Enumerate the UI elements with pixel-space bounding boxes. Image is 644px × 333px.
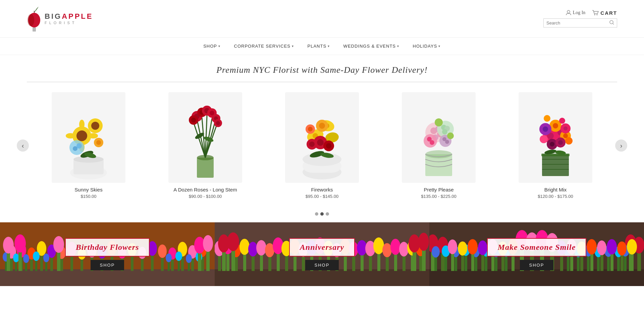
product-price: $90.00 - $100.00 — [189, 194, 222, 199]
product-image — [285, 92, 359, 183]
svg-point-43 — [210, 111, 214, 115]
carousel-dots — [0, 209, 644, 222]
svg-point-201 — [256, 240, 266, 256]
banner-anniversary-shop-button[interactable]: SHOP — [305, 260, 339, 270]
svg-rect-189 — [215, 269, 429, 286]
svg-point-187 — [203, 235, 213, 252]
chevron-down-icon: ▾ — [292, 44, 294, 48]
banner-smile-title: Make Someone Smile — [498, 243, 576, 252]
banner-birthday-shop-button[interactable]: SHOP — [91, 260, 124, 270]
logo[interactable]: BIG APPLE FLORIST — [27, 3, 93, 34]
svg-point-89 — [435, 118, 443, 126]
product-card[interactable]: Fireworks $95.00 - $145.00 — [285, 92, 359, 199]
svg-point-245 — [409, 234, 420, 253]
product-card[interactable]: A Dozen Roses - Long Stem $90.00 - $100.… — [168, 92, 242, 199]
carousel-prev-button[interactable]: ‹ — [17, 140, 29, 152]
svg-point-233 — [390, 239, 400, 255]
product-name: A Dozen Roses - Long Stem — [173, 187, 237, 192]
svg-point-19 — [89, 133, 98, 138]
svg-point-167 — [33, 252, 40, 261]
carousel-section: ‹ — [0, 82, 644, 209]
svg-point-183 — [53, 236, 64, 253]
nav-plants[interactable]: Plants ▾ — [308, 44, 330, 49]
search-icon — [609, 20, 614, 25]
carousel-next-button[interactable]: › — [615, 140, 627, 152]
product-price: $120.00 - $175.00 — [538, 194, 573, 199]
banner-anniversary-content: Anniversary SHOP — [289, 238, 355, 270]
svg-point-88 — [445, 140, 449, 144]
logo-apple: APPLE — [62, 12, 93, 20]
svg-point-67 — [319, 123, 325, 129]
svg-point-107 — [564, 126, 568, 130]
nav-corporate[interactable]: Corporate Services ▾ — [234, 44, 294, 49]
svg-point-13 — [76, 130, 87, 141]
banner-smile-shop-button[interactable]: SHOP — [520, 260, 554, 270]
svg-point-323 — [617, 241, 627, 256]
svg-point-112 — [540, 135, 548, 143]
svg-point-317 — [587, 239, 597, 255]
header-actions: Log In CART — [566, 10, 617, 16]
carousel-dot[interactable] — [326, 212, 329, 216]
svg-point-115 — [559, 118, 565, 124]
svg-point-303 — [478, 240, 487, 255]
banner-smile-title-box: Make Someone Smile — [487, 238, 587, 257]
svg-point-63 — [326, 143, 331, 149]
svg-point-1 — [28, 14, 34, 26]
banner-anniversary[interactable]: Anniversary SHOP — [215, 222, 429, 286]
svg-point-181 — [14, 234, 26, 253]
carousel-dot[interactable] — [315, 212, 318, 216]
chevron-down-icon: ▾ — [397, 44, 399, 48]
svg-point-69 — [308, 127, 313, 131]
svg-rect-91 — [542, 154, 569, 176]
product-image — [519, 92, 592, 183]
product-card[interactable]: Bright Mix $120.00 - $175.00 — [519, 92, 592, 199]
svg-point-6 — [597, 14, 598, 15]
svg-point-321 — [607, 239, 617, 255]
banner-birthday-content: Birthday Flowers SHOP — [65, 238, 150, 270]
product-card[interactable]: Pretty Please $135.00 - $225.00 — [402, 92, 476, 199]
svg-point-151 — [158, 244, 167, 258]
nav-weddings[interactable]: Weddings & Events ▾ — [343, 44, 399, 49]
banner-birthday-title: Birthday Flowers — [76, 243, 139, 252]
nav-shop[interactable]: Shop ▾ — [203, 44, 220, 49]
login-link[interactable]: Log In — [566, 10, 586, 15]
banner-birthday[interactable]: Birthday Flowers SHOP — [0, 222, 215, 286]
search-button[interactable] — [609, 20, 614, 26]
svg-point-197 — [239, 239, 250, 255]
svg-point-163 — [13, 254, 19, 262]
nav-weddings-label: Weddings & Events — [343, 44, 396, 49]
cart-link[interactable]: CART — [592, 10, 617, 16]
search-input[interactable] — [546, 20, 609, 25]
product-card[interactable]: Sunny Skies $150.00 — [52, 92, 125, 199]
logo-text: BIG APPLE FLORIST — [45, 12, 93, 24]
chevron-down-icon: ▾ — [218, 44, 221, 48]
svg-point-111 — [558, 140, 563, 145]
header: BIG APPLE FLORIST Log In CART — [0, 0, 644, 38]
nav-shop-label: Shop — [203, 44, 217, 49]
login-label: Log In — [573, 10, 586, 15]
svg-point-169 — [43, 254, 49, 262]
svg-point-4 — [567, 10, 570, 13]
svg-line-8 — [613, 23, 614, 24]
svg-point-103 — [563, 133, 568, 138]
svg-point-15 — [91, 122, 99, 130]
carousel-dot-active[interactable] — [320, 212, 324, 216]
banner-anniversary-title: Anniversary — [300, 243, 344, 252]
svg-rect-249 — [429, 269, 644, 286]
user-icon — [566, 10, 571, 15]
nav-holidays[interactable]: Holidays ▾ — [413, 44, 441, 49]
logo-icon — [27, 3, 42, 34]
svg-point-297 — [448, 239, 457, 254]
svg-rect-119 — [0, 269, 215, 286]
svg-point-173 — [175, 252, 182, 261]
hero-text: Premium NYC Florist with Same-Day Flower… — [0, 55, 644, 82]
chevron-down-icon: ▾ — [438, 44, 441, 48]
banner-smile[interactable]: Make Someone Smile SHOP — [429, 222, 644, 286]
banner-smile-content: Make Someone Smile SHOP — [487, 238, 587, 270]
svg-point-18 — [66, 133, 75, 138]
svg-point-325 — [627, 239, 637, 255]
product-price: $135.00 - $225.00 — [421, 194, 457, 199]
svg-point-235 — [399, 242, 409, 257]
svg-point-7 — [610, 20, 613, 24]
product-price: $95.00 - $145.00 — [306, 194, 338, 199]
